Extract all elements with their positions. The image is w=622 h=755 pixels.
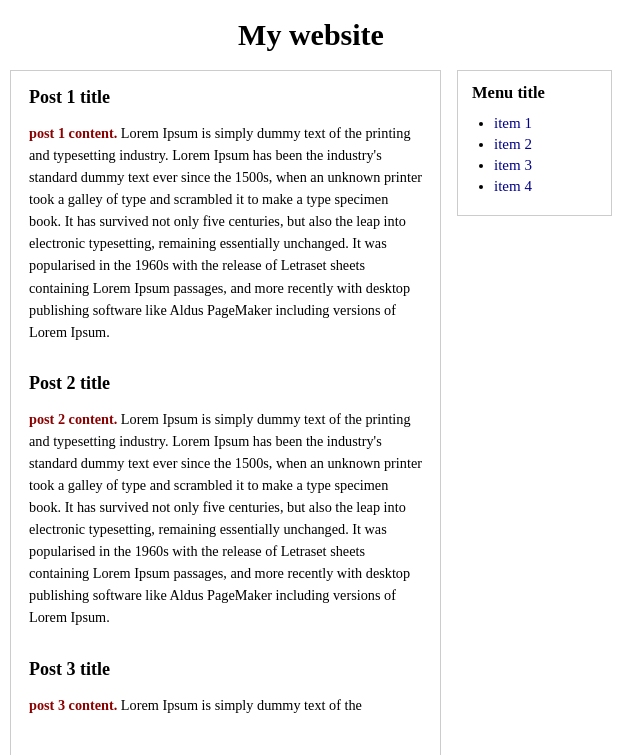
- post-1-content: post 1 content. Lorem Ipsum is simply du…: [29, 122, 422, 343]
- menu-item-3[interactable]: item 3: [494, 157, 597, 174]
- post-3-content: post 3 content. Lorem Ipsum is simply du…: [29, 694, 422, 716]
- menu-link-3[interactable]: item 3: [494, 157, 532, 173]
- menu-list: item 1 item 2 item 3 item 4: [472, 115, 597, 195]
- post-2-label: post 2 content.: [29, 411, 117, 427]
- menu-item-1[interactable]: item 1: [494, 115, 597, 132]
- menu-item-4[interactable]: item 4: [494, 178, 597, 195]
- post-1-title: Post 1 title: [29, 87, 422, 108]
- post-3-body: Lorem Ipsum is simply dummy text of the: [117, 697, 362, 713]
- site-title: My website: [0, 0, 622, 70]
- menu-link-1[interactable]: item 1: [494, 115, 532, 131]
- post-2: Post 2 title post 2 content. Lorem Ipsum…: [29, 373, 422, 629]
- menu-link-2[interactable]: item 2: [494, 136, 532, 152]
- post-3-label: post 3 content.: [29, 697, 117, 713]
- main-wrapper: Post 1 title post 1 content. Lorem Ipsum…: [0, 70, 622, 755]
- post-3-title: Post 3 title: [29, 659, 422, 680]
- menu-title: Menu title: [472, 83, 597, 103]
- menu-link-4[interactable]: item 4: [494, 178, 532, 194]
- post-3: Post 3 title post 3 content. Lorem Ipsum…: [29, 659, 422, 716]
- menu-item-2[interactable]: item 2: [494, 136, 597, 153]
- post-2-title: Post 2 title: [29, 373, 422, 394]
- post-1: Post 1 title post 1 content. Lorem Ipsum…: [29, 87, 422, 343]
- post-2-content: post 2 content. Lorem Ipsum is simply du…: [29, 408, 422, 629]
- post-2-body: Lorem Ipsum is simply dummy text of the …: [29, 411, 422, 626]
- post-1-body: Lorem Ipsum is simply dummy text of the …: [29, 125, 422, 340]
- content-area: Post 1 title post 1 content. Lorem Ipsum…: [10, 70, 441, 755]
- post-1-label: post 1 content.: [29, 125, 117, 141]
- sidebar: Menu title item 1 item 2 item 3 item 4: [457, 70, 612, 216]
